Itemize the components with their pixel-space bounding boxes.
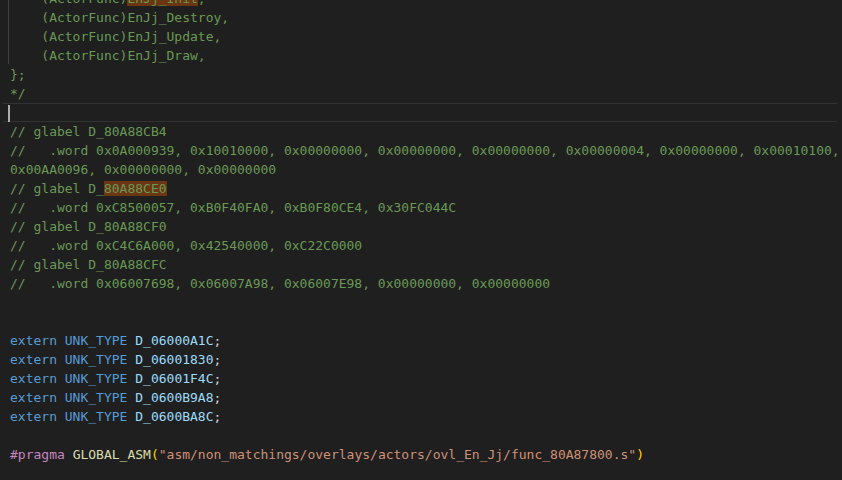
code-token: // .word 0xC4C6A000, 0x42540000, 0xC22C0… (10, 238, 362, 253)
code-token: UNK_TYPE (65, 409, 128, 424)
code-line[interactable]: extern UNK_TYPE D_0600BA8C; (0, 407, 842, 426)
code-line[interactable]: 0x00AA0096, 0x00000000, 0x00000000 (0, 160, 842, 179)
code-token: 0x00AA0096, 0x00000000, 0x00000000 (10, 162, 276, 177)
code-line[interactable]: (ActorFunc)EnJj_Draw, (0, 46, 842, 65)
code-lines: (ActorFunc)EnJj_Init, (ActorFunc)EnJj_De… (0, 0, 842, 464)
code-token: extern (10, 409, 57, 424)
code-token: D_06001830 (135, 352, 213, 367)
code-token: (ActorFunc)EnJj_Destroy, (10, 10, 229, 25)
code-token (57, 352, 65, 367)
code-token: // glabel D_80A88CF0 (10, 219, 167, 234)
code-token: UNK_TYPE (65, 371, 128, 386)
code-token: // glabel D_80A88CFC (10, 257, 167, 272)
code-token: D_06000A1C (135, 333, 213, 348)
code-token: ; (214, 409, 222, 424)
text-cursor (8, 105, 10, 122)
code-token: // glabel D_ (10, 181, 104, 196)
code-line[interactable]: // .word 0x0A000939, 0x10010000, 0x00000… (0, 141, 842, 160)
code-line[interactable]: extern UNK_TYPE D_06000A1C; (0, 331, 842, 350)
code-token: ; (214, 333, 222, 348)
code-token: ; (214, 352, 222, 367)
code-token (57, 390, 65, 405)
code-editor[interactable]: (ActorFunc)EnJj_Init, (ActorFunc)EnJj_De… (0, 0, 842, 480)
code-line[interactable]: // .word 0xC8500057, 0xB0F40FA0, 0xB0F80… (0, 198, 842, 217)
code-token: (ActorFunc)EnJj_Update, (10, 29, 221, 44)
code-line[interactable]: // glabel D_80A88CFC (0, 255, 842, 274)
code-line[interactable]: (ActorFunc)EnJj_Destroy, (0, 8, 842, 27)
code-token: ( (151, 447, 159, 462)
code-token (57, 333, 65, 348)
code-line[interactable]: // glabel D_80A88CB4 (0, 122, 842, 141)
code-token: extern (10, 390, 57, 405)
code-token (57, 409, 65, 424)
current-code-line[interactable] (3, 103, 837, 122)
code-token: D_0600BA8C (135, 409, 213, 424)
find-match-highlight: 80A88CE0 (104, 181, 167, 196)
code-token: ; (214, 371, 222, 386)
code-token: // .word 0x0A000939, 0x10010000, 0x00000… (10, 143, 840, 158)
code-line[interactable]: // glabel D_80A88CF0 (0, 217, 842, 236)
code-line[interactable]: extern UNK_TYPE D_06001830; (0, 350, 842, 369)
code-token: ; (214, 390, 222, 405)
code-token: extern (10, 333, 57, 348)
code-token: extern (10, 371, 57, 386)
code-line[interactable]: extern UNK_TYPE D_0600B9A8; (0, 388, 842, 407)
code-token: UNK_TYPE (65, 333, 128, 348)
code-token: UNK_TYPE (65, 390, 128, 405)
code-token: extern (10, 352, 57, 367)
code-token: (ActorFunc) (10, 0, 127, 6)
code-line[interactable]: */ (0, 84, 842, 103)
code-token (65, 447, 73, 462)
code-token: */ (10, 86, 26, 101)
code-line[interactable]: // glabel D_80A88CE0 (0, 179, 842, 198)
code-line[interactable]: // .word 0xC4C6A000, 0x42540000, 0xC22C0… (0, 236, 842, 255)
code-line[interactable] (0, 293, 842, 312)
code-token: (ActorFunc)EnJj_Draw, (10, 48, 206, 63)
code-token: #pragma (10, 447, 65, 462)
code-token: // .word 0x06007698, 0x06007A98, 0x06007… (10, 276, 550, 291)
code-line[interactable]: (ActorFunc)EnJj_Init, (0, 0, 842, 8)
code-line[interactable] (0, 312, 842, 331)
code-token: // .word 0xC8500057, 0xB0F40FA0, 0xB0F80… (10, 200, 456, 215)
code-line[interactable] (0, 426, 842, 445)
code-token: ) (636, 447, 644, 462)
code-token: // glabel D_80A88CB4 (10, 124, 167, 139)
code-token: "asm/non_matchings/overlays/actors/ovl_E… (159, 447, 636, 462)
code-token (57, 371, 65, 386)
code-line[interactable]: // .word 0x06007698, 0x06007A98, 0x06007… (0, 274, 842, 293)
find-match-highlight: EnJj_Init (127, 0, 197, 6)
code-line[interactable]: extern UNK_TYPE D_06001F4C; (0, 369, 842, 388)
code-line[interactable]: #pragma GLOBAL_ASM("asm/non_matchings/ov… (0, 445, 842, 464)
code-line[interactable]: }; (0, 65, 842, 84)
code-token: UNK_TYPE (65, 352, 128, 367)
code-token: D_0600B9A8 (135, 390, 213, 405)
code-token: D_06001F4C (135, 371, 213, 386)
code-token: }; (10, 67, 26, 82)
code-line[interactable]: (ActorFunc)EnJj_Update, (0, 27, 842, 46)
code-token: , (198, 0, 206, 6)
code-token: GLOBAL_ASM (73, 447, 151, 462)
